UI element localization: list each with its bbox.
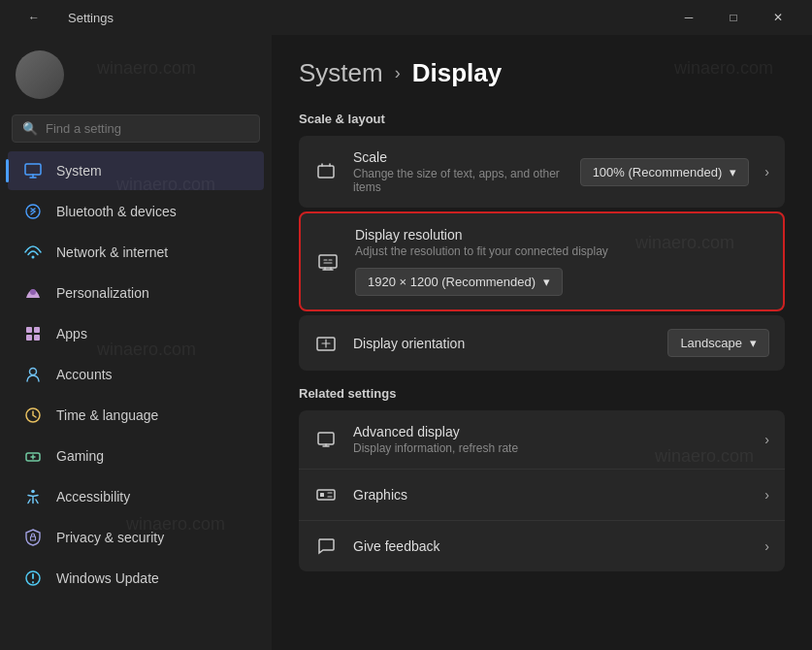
time-icon — [23, 406, 43, 425]
sidebar-item-privacy-label: Privacy & security — [56, 530, 164, 545]
display-resolution-text: Display resolution Adjust the resolution… — [355, 227, 767, 296]
close-button[interactable]: ✕ — [756, 2, 800, 33]
related-settings-section: Related settings Advanced display Displa… — [299, 386, 785, 571]
sidebar-item-system[interactable]: System — [8, 151, 264, 190]
back-button[interactable]: ← — [12, 2, 56, 33]
sidebar-item-windows-update[interactable]: Windows Update — [8, 559, 264, 598]
privacy-icon — [23, 528, 43, 547]
accounts-icon — [23, 365, 43, 384]
give-feedback-chevron: › — [764, 538, 769, 554]
sidebar-item-accessibility-label: Accessibility — [56, 489, 130, 504]
svg-rect-15 — [319, 255, 337, 268]
content-area: System › Display Scale & layout Scale — [272, 35, 812, 650]
scale-icon — [314, 160, 338, 183]
resolution-dropdown[interactable]: 1920 × 1200 (Recommended) ▾ — [355, 268, 563, 296]
scale-dropdown-chevron: ▾ — [730, 165, 736, 179]
svg-rect-19 — [320, 493, 324, 497]
svg-rect-4 — [26, 327, 32, 333]
svg-rect-17 — [318, 433, 334, 444]
search-input[interactable] — [46, 121, 249, 136]
resolution-dropdown-value: 1920 × 1200 (Recommended) — [368, 275, 536, 289]
svg-rect-0 — [25, 164, 41, 175]
sidebar-item-network[interactable]: Network & internet — [8, 233, 264, 272]
titlebar-controls: ─ □ ✕ — [666, 2, 800, 33]
titlebar: ← Settings ─ □ ✕ — [0, 0, 812, 35]
graphics-chevron: › — [764, 487, 769, 503]
sidebar-item-accounts[interactable]: Accounts — [8, 355, 264, 394]
advanced-display-subtitle: Display information, refresh rate — [353, 441, 749, 455]
svg-rect-14 — [318, 166, 334, 178]
sidebar-item-accessibility[interactable]: Accessibility — [8, 477, 264, 516]
advanced-display-icon — [314, 428, 338, 451]
scale-control[interactable]: 100% (Recommended) ▾ — [580, 158, 750, 186]
advanced-display-text: Advanced display Display information, re… — [353, 424, 749, 455]
titlebar-title: Settings — [68, 11, 114, 25]
scale-card: Scale Change the size of text, apps, and… — [299, 136, 785, 208]
svg-point-11 — [31, 490, 35, 494]
svg-rect-6 — [26, 335, 32, 341]
breadcrumb-current: Display — [412, 58, 503, 88]
graphics-icon — [314, 483, 338, 506]
display-orientation-card: Display orientation Landscape ▾ — [299, 315, 785, 371]
display-resolution-title: Display resolution — [355, 227, 767, 243]
display-orientation-title: Display orientation — [353, 336, 652, 351]
scale-text: Scale Change the size of text, apps, and… — [353, 149, 565, 194]
display-resolution-card: Display resolution Adjust the resolution… — [299, 211, 785, 311]
orientation-dropdown-value: Landscape — [680, 336, 742, 350]
svg-point-3 — [30, 289, 36, 295]
scale-layout-section: Scale & layout Scale Change the size of … — [299, 112, 785, 371]
sidebar-item-bluetooth[interactable]: Bluetooth & devices — [8, 192, 264, 231]
scale-dropdown[interactable]: 100% (Recommended) ▾ — [580, 158, 750, 186]
orientation-dropdown[interactable]: Landscape ▾ — [667, 329, 769, 357]
maximize-button[interactable]: □ — [711, 2, 756, 33]
network-icon — [23, 243, 43, 262]
advanced-display-title: Advanced display — [353, 424, 749, 439]
display-orientation-row: Display orientation Landscape ▾ — [299, 315, 785, 371]
search-box[interactable]: 🔍 — [12, 114, 260, 143]
advanced-display-chevron: › — [764, 432, 769, 447]
give-feedback-row[interactable]: Give feedback › — [299, 521, 785, 571]
minimize-button[interactable]: ─ — [666, 2, 711, 33]
sidebar-item-network-label: Network & internet — [56, 244, 168, 260]
scale-dropdown-value: 100% (Recommended) — [593, 165, 723, 179]
sidebar-item-apps[interactable]: Apps — [8, 314, 264, 353]
search-icon: 🔍 — [22, 121, 38, 136]
sidebar-item-time[interactable]: Time & language — [8, 396, 264, 435]
svg-point-8 — [30, 369, 37, 375]
sidebar: 🔍 System Bluetooth & devices — [0, 35, 272, 650]
scale-subtitle: Change the size of text, apps, and other… — [353, 167, 565, 194]
display-resolution-subtitle: Adjust the resolution to fit your connec… — [355, 244, 767, 258]
scale-row: Scale Change the size of text, apps, and… — [299, 136, 785, 208]
display-orientation-icon — [314, 332, 338, 355]
advanced-display-row[interactable]: Advanced display Display information, re… — [299, 410, 785, 470]
breadcrumb-parent: System — [299, 58, 383, 88]
sidebar-item-accounts-label: Accounts — [56, 367, 113, 382]
display-orientation-text: Display orientation — [353, 336, 652, 351]
titlebar-left: ← Settings — [12, 2, 114, 33]
display-resolution-row: Display resolution Adjust the resolution… — [301, 213, 783, 309]
gaming-icon — [23, 446, 43, 466]
sidebar-item-apps-label: Apps — [56, 326, 87, 341]
sidebar-item-time-label: Time & language — [56, 407, 158, 423]
give-feedback-text: Give feedback — [353, 538, 749, 554]
sidebar-item-system-label: System — [56, 163, 102, 179]
svg-point-1 — [26, 205, 40, 218]
system-icon — [23, 161, 43, 180]
scale-title: Scale — [353, 149, 565, 165]
scale-row-chevron: › — [764, 164, 769, 179]
sidebar-item-bluetooth-label: Bluetooth & devices — [56, 204, 177, 219]
sidebar-profile — [0, 35, 272, 111]
orientation-dropdown-chevron: ▾ — [750, 336, 757, 350]
app-container: 🔍 System Bluetooth & devices — [0, 35, 812, 650]
resolution-dropdown-chevron: ▾ — [543, 275, 550, 289]
display-resolution-icon — [316, 250, 340, 274]
bluetooth-icon — [23, 202, 43, 221]
sidebar-item-personalization[interactable]: Personalization — [8, 274, 264, 312]
display-orientation-control[interactable]: Landscape ▾ — [667, 329, 769, 357]
accessibility-icon — [23, 487, 43, 506]
graphics-row[interactable]: Graphics › — [299, 470, 785, 521]
give-feedback-icon — [314, 535, 338, 558]
sidebar-item-gaming[interactable]: Gaming — [8, 437, 264, 475]
sidebar-item-privacy[interactable]: Privacy & security — [8, 518, 264, 557]
apps-icon — [23, 324, 43, 343]
